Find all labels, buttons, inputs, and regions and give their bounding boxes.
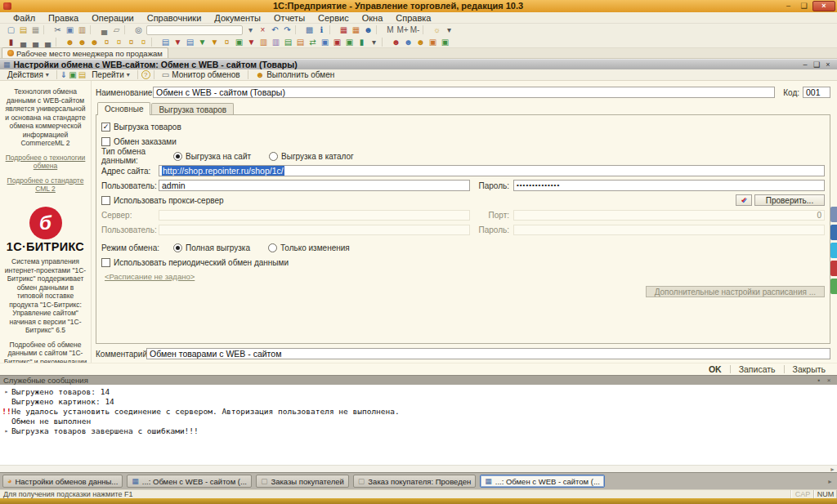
search-icon[interactable]: ◎ — [132, 25, 145, 35]
exchange-monitor-button[interactable]: ▭ Монитор обменов — [158, 69, 244, 80]
web-exchange-icon[interactable]: ▣ — [343, 37, 356, 47]
periodic-exchange-checkbox[interactable] — [101, 258, 110, 267]
copy-settings-icon[interactable]: ▤ — [78, 70, 86, 80]
maximize-button[interactable]: ❑ — [797, 2, 811, 11]
sale-document-icon[interactable]: ▤ — [159, 37, 172, 47]
user-input[interactable]: admin — [159, 180, 470, 191]
wintab-exchange-settings-list[interactable]: ◕ Настройки обменов данны... — [2, 475, 123, 488]
print-invoice-icon[interactable]: ▄ — [29, 37, 42, 47]
ok-button[interactable]: OK — [705, 364, 725, 374]
document-out-icon[interactable]: ▥ — [270, 37, 282, 47]
comment-input[interactable]: Обмен товарами с WEB - сайтом — [146, 348, 830, 359]
payment-icon[interactable]: ¤ — [125, 37, 137, 47]
calendar-icon[interactable]: ▦ — [350, 25, 362, 35]
menu-item[interactable]: Файл — [7, 13, 42, 23]
edge-chip-red[interactable] — [830, 261, 837, 276]
tabs-overflow-icon[interactable]: ► — [827, 479, 835, 484]
save-settings-icon[interactable]: ⇓ — [60, 70, 67, 80]
buyer-icon[interactable]: ☻ — [76, 37, 88, 47]
money-icon[interactable]: ¤ — [113, 37, 125, 47]
mail-user-icon[interactable]: ☻ — [414, 37, 427, 47]
print-icon[interactable]: ▄ — [98, 25, 110, 35]
currency-icon[interactable]: ¤ — [137, 37, 150, 47]
toolbar2-dropdown-icon[interactable]: ▾ — [368, 37, 380, 47]
copy-icon[interactable]: ▣ — [64, 25, 76, 35]
report-book-icon[interactable]: ▮ — [5, 37, 17, 47]
menu-item[interactable]: Операции — [85, 13, 140, 23]
new-document-icon[interactable]: ▢ — [5, 25, 17, 35]
menu-item[interactable]: Правка — [42, 13, 85, 23]
menu-item[interactable]: Окна — [356, 13, 390, 23]
window-close-button[interactable]: × — [822, 60, 834, 69]
tab-sales-manager-workspace[interactable]: Рабочее место менеджера по продажам — [2, 47, 168, 58]
clear-search-icon[interactable]: × — [257, 25, 269, 35]
messages-horizontal-scrollbar[interactable]: ► — [0, 465, 837, 472]
delete-document-icon[interactable]: ▣ — [331, 37, 343, 47]
purchase-document-icon[interactable]: ▤ — [184, 37, 196, 47]
menu-item[interactable]: Справочники — [141, 13, 208, 23]
save-icon[interactable]: ▦ — [29, 25, 42, 35]
cash-icon[interactable]: ¤ — [101, 37, 113, 47]
actions-menu-button[interactable]: Действия▾ — [3, 69, 53, 80]
changes-only-radio[interactable] — [268, 243, 277, 252]
help-icon[interactable]: ? — [141, 70, 150, 79]
password-input[interactable]: •••••••••••••• — [513, 180, 825, 191]
coins-icon[interactable]: ¤ — [221, 37, 233, 47]
paste-icon[interactable]: ▥ — [76, 25, 88, 35]
code-input[interactable]: 001 — [803, 87, 830, 98]
task-user-icon[interactable]: ☻ — [390, 37, 402, 47]
check-connection-button[interactable]: Проверить... — [754, 194, 825, 206]
pin-icon[interactable]: ▪ — [814, 377, 824, 384]
edge-chip-cyan[interactable] — [830, 243, 837, 258]
send-icon[interactable]: ▣ — [439, 37, 451, 47]
menu-item[interactable]: Отчеты — [267, 13, 311, 23]
close-messages-icon[interactable]: × — [824, 377, 834, 384]
wintab-web-exchange-active[interactable]: ▦ ...: Обмен с WEB - сайтом (... — [480, 475, 605, 488]
cut-icon[interactable]: ✂ — [51, 25, 64, 35]
upload-to-site-radio[interactable] — [173, 152, 182, 161]
search-input[interactable] — [146, 25, 243, 35]
link-about-exchange-technology[interactable]: Подробнее о технологии обмена — [3, 154, 87, 171]
name-input[interactable]: Обмен с WEB - сайтом (Товары) — [153, 87, 775, 98]
schedule-link[interactable]: <Расписание не задано> — [105, 272, 825, 281]
minimize-button[interactable]: – — [781, 2, 795, 11]
sales-funnel-icon[interactable]: ▼ — [172, 37, 184, 47]
price-icon[interactable]: ▼ — [208, 37, 221, 47]
tab-goods-upload[interactable]: Выгрузка товаров — [151, 103, 234, 115]
copy-document-icon[interactable]: ▩ — [303, 25, 316, 35]
upload-goods-checkbox[interactable]: ✓ — [101, 123, 110, 132]
counterparty-icon[interactable]: ☻ — [64, 37, 76, 47]
print-preview-icon[interactable]: ▱ — [110, 25, 123, 35]
menu-item[interactable]: Сервис — [311, 13, 356, 23]
redo-icon[interactable]: ↷ — [281, 25, 293, 35]
print-price-icon[interactable]: ▄ — [17, 37, 29, 47]
clock-icon[interactable]: ▣ — [427, 37, 439, 47]
stock-icon[interactable]: ▣ — [233, 37, 245, 47]
check-document-icon[interactable]: ▣ — [319, 37, 331, 47]
orders-exchange-checkbox[interactable] — [101, 137, 110, 146]
dropdown-icon[interactable]: ▾ — [443, 25, 455, 35]
save-button[interactable]: Записать — [736, 364, 779, 374]
window-restore-button[interactable]: ❑ — [811, 60, 822, 69]
print-label-icon[interactable]: ▄ — [42, 37, 54, 47]
schedule-settings-button[interactable]: Дополнительные настройки расписания ... — [646, 286, 825, 297]
transfer-in-icon[interactable]: ▤ — [282, 37, 294, 47]
menu-item[interactable]: Справка — [389, 13, 437, 23]
search-dropdown-icon[interactable]: ▾ — [244, 25, 257, 35]
memory-plus-icon[interactable]: M+ — [396, 25, 409, 35]
calendar-user-icon[interactable]: ☻ — [402, 37, 414, 47]
tips-icon[interactable]: ☼ — [431, 25, 443, 35]
site-address-input[interactable]: http://shop.repointer.ru/shop/1c/ — [159, 165, 825, 176]
transfer-out-icon[interactable]: ▤ — [294, 37, 307, 47]
report-icon[interactable]: ▼ — [245, 37, 257, 47]
check-connection-icon[interactable]: ✔ — [736, 194, 752, 206]
link-about-cml-standard[interactable]: Подробнее о стандарте CML 2 — [3, 176, 87, 194]
close-button[interactable]: × — [812, 1, 835, 11]
wintab-customer-order-posted[interactable]: ▢ Заказ покупателя: Проведен — [353, 475, 476, 488]
window-minimize-button[interactable]: – — [799, 60, 811, 69]
use-proxy-checkbox[interactable] — [101, 196, 110, 205]
info-icon[interactable]: ℹ — [316, 25, 328, 35]
refresh-icon[interactable]: ▣ — [69, 70, 76, 80]
scroll-right-icon[interactable]: ► — [830, 466, 835, 472]
exchange-icon[interactable]: ⇄ — [307, 37, 319, 47]
